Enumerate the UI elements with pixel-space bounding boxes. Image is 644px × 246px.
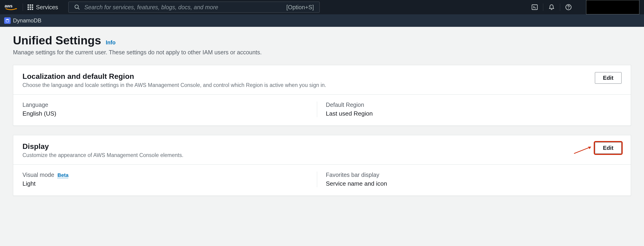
favorites-bar-label: Favorites bar display bbox=[326, 172, 622, 178]
top-nav: aws Services [Option+S] bbox=[0, 0, 644, 14]
language-label: Language bbox=[22, 102, 318, 108]
service-chip-dynamodb[interactable]: DynamoDB bbox=[4, 17, 42, 24]
breadcrumb-bar: DynamoDB bbox=[0, 14, 644, 27]
topnav-right-icons bbox=[526, 3, 577, 11]
services-label: Services bbox=[36, 4, 58, 11]
help-icon bbox=[565, 4, 572, 10]
visual-mode-value: Light bbox=[22, 180, 318, 187]
default-region-value: Last used Region bbox=[326, 110, 622, 117]
svg-marker-9 bbox=[588, 147, 591, 149]
service-chip-label: DynamoDB bbox=[13, 17, 42, 24]
svg-point-7 bbox=[6, 19, 9, 20]
visual-mode-label: Visual mode Beta bbox=[22, 172, 318, 178]
search-icon bbox=[74, 4, 80, 10]
panel-localization-desc: Choose the language and locale settings … bbox=[22, 82, 326, 88]
svg-point-1 bbox=[75, 5, 78, 8]
panel-display-title: Display bbox=[22, 142, 184, 151]
edit-display-button[interactable]: Edit bbox=[595, 142, 622, 154]
cloudshell-icon bbox=[532, 4, 538, 10]
page-subtitle: Manage settings for the current user. Th… bbox=[13, 49, 631, 56]
search-input[interactable] bbox=[84, 4, 282, 11]
svg-point-6 bbox=[568, 8, 569, 9]
panel-display: Display Customize the appearance of AWS … bbox=[13, 135, 631, 196]
panel-display-desc: Customize the appearance of AWS Manageme… bbox=[22, 152, 184, 158]
svg-line-2 bbox=[78, 8, 80, 9]
aws-logo[interactable]: aws bbox=[5, 3, 23, 11]
aws-logo-icon: aws bbox=[5, 3, 17, 11]
panel-localization-title: Localization and default Region bbox=[22, 72, 326, 81]
account-region-menu[interactable] bbox=[586, 0, 639, 14]
grid-icon bbox=[28, 4, 33, 10]
language-value: English (US) bbox=[22, 110, 318, 117]
edit-localization-button[interactable]: Edit bbox=[595, 72, 622, 84]
favorites-bar-value: Service name and icon bbox=[326, 180, 622, 187]
bell-icon bbox=[548, 4, 555, 10]
svg-text:aws: aws bbox=[5, 4, 12, 8]
beta-tag[interactable]: Beta bbox=[58, 172, 68, 178]
dynamodb-icon bbox=[4, 17, 11, 24]
panel-localization: Localization and default Region Choose t… bbox=[13, 65, 631, 126]
search-bar[interactable]: [Option+S] bbox=[68, 1, 320, 13]
search-shortcut-hint: [Option+S] bbox=[286, 4, 314, 11]
help-button[interactable] bbox=[560, 3, 577, 11]
notifications-button[interactable] bbox=[543, 3, 560, 11]
svg-line-8 bbox=[574, 147, 591, 153]
services-menu-button[interactable]: Services bbox=[28, 4, 64, 11]
cloudshell-button[interactable] bbox=[526, 3, 543, 11]
info-link[interactable]: Info bbox=[106, 39, 116, 46]
page-title: Unified Settings bbox=[13, 34, 101, 47]
annotation-arrow-icon bbox=[573, 145, 594, 155]
default-region-label: Default Region bbox=[326, 102, 622, 108]
main-content: Unified Settings Info Manage settings fo… bbox=[0, 27, 644, 203]
